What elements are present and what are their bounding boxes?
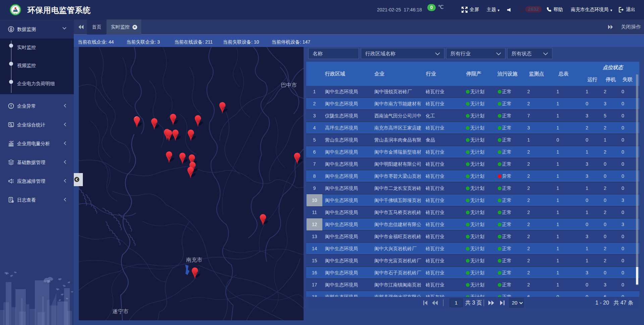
svg-text:遂宁市: 遂宁市 (112, 309, 128, 314)
svg-text:南充市: 南充市 (186, 257, 202, 263)
svg-text:巴中市: 巴中市 (281, 82, 297, 88)
